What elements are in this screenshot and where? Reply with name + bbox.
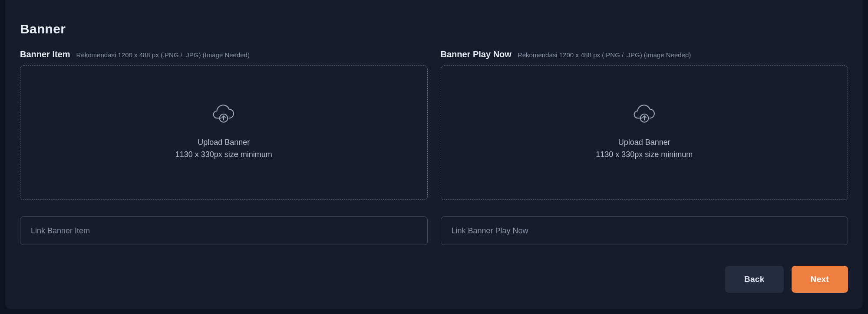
upload-line2: 1130 x 330px size minimum — [175, 149, 272, 161]
upload-line1: Upload Banner — [596, 137, 693, 149]
footer-actions: Back Next — [20, 266, 848, 293]
columns: Banner Item Rekomendasi 1200 x 488 px (.… — [20, 49, 848, 245]
next-button[interactable]: Next — [792, 266, 848, 293]
banner-play-now-drop-text: Upload Banner 1130 x 330px size minimum — [596, 137, 693, 161]
banner-item-drop-text: Upload Banner 1130 x 330px size minimum — [175, 137, 272, 161]
upload-line2: 1130 x 330px size minimum — [596, 149, 693, 161]
section-title: Banner — [20, 22, 848, 36]
banner-play-now-dropzone[interactable]: Upload Banner 1130 x 330px size minimum — [441, 65, 848, 200]
link-banner-play-now-input[interactable] — [441, 216, 848, 245]
upload-line1: Upload Banner — [175, 137, 272, 149]
link-banner-item-input[interactable] — [20, 216, 428, 245]
banner-item-label: Banner Item — [20, 49, 70, 59]
banner-play-now-label-row: Banner Play Now Rekomendasi 1200 x 488 p… — [441, 49, 848, 59]
banner-item-label-row: Banner Item Rekomendasi 1200 x 488 px (.… — [20, 49, 428, 59]
banner-play-now-label: Banner Play Now — [441, 49, 512, 59]
banner-play-now-hint: Rekomendasi 1200 x 488 px (.PNG / .JPG) … — [518, 51, 691, 59]
banner-item-hint: Rekomendasi 1200 x 488 px (.PNG / .JPG) … — [76, 51, 250, 59]
banner-item-dropzone[interactable]: Upload Banner 1130 x 330px size minimum — [20, 65, 428, 200]
banner-panel: Banner Banner Item Rekomendasi 1200 x 48… — [5, 0, 863, 309]
cloud-upload-icon — [634, 105, 655, 124]
back-button[interactable]: Back — [725, 266, 784, 293]
banner-play-now-column: Banner Play Now Rekomendasi 1200 x 488 p… — [441, 49, 848, 245]
cloud-upload-icon — [213, 105, 234, 124]
banner-item-column: Banner Item Rekomendasi 1200 x 488 px (.… — [20, 49, 428, 245]
